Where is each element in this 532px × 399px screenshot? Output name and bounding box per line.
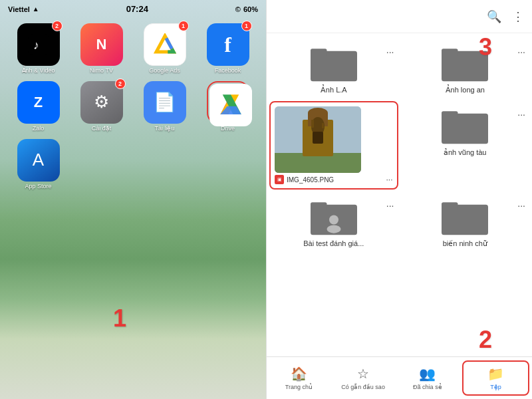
drive-grid: Ảnh L.A ··· Ảnh long an ··· [269, 39, 529, 253]
app-label-drive: Drive [221, 126, 235, 132]
svg-rect-21 [313, 132, 323, 144]
step-number-2: 2 [479, 326, 492, 354]
folder-more-anh-vung-tau[interactable]: ··· [517, 109, 525, 120]
app-label-nimo: Nimo TV [90, 68, 113, 74]
folder-more-bai-test[interactable]: ··· [386, 200, 394, 211]
svg-point-28 [329, 215, 338, 225]
app-icon-drive [209, 84, 252, 126]
file-more-img4605[interactable]: ··· [386, 175, 392, 184]
folder-more-anh-long-an[interactable]: ··· [517, 47, 525, 57]
folder-name-anh-long-an: Ảnh long an [446, 85, 485, 94]
svg-rect-31 [442, 203, 458, 210]
app-grid-row3: A App Store [0, 139, 266, 197]
app-icon-docs: 📄 [144, 81, 186, 124]
app-label-settings: Cài đặt [92, 126, 112, 132]
step-number-3: 3 [479, 33, 492, 61]
battery-level: 60% [243, 5, 258, 13]
svg-rect-23 [322, 123, 324, 128]
carrier-label: Viettel [8, 5, 30, 13]
drive-topbar: 🔍 ⋮ [267, 0, 532, 33]
svg-rect-14 [442, 49, 458, 56]
status-time: 07:24 [126, 4, 148, 14]
nav-files-label: Tệp [490, 384, 501, 390]
drive-content: Ảnh L.A ··· Ảnh long an ··· [267, 33, 532, 356]
badge-tiktok: 2 [52, 21, 63, 31]
folder-more-anh-la[interactable]: ··· [386, 47, 394, 57]
nav-shared[interactable]: 👥 Đã chia sẻ [396, 362, 460, 394]
folder-name-anh-la: Ảnh L.A [321, 85, 347, 94]
app-facebook[interactable]: f 1 Facebook [199, 23, 257, 74]
home-icon: 🏠 [291, 366, 307, 382]
badge-googleads: 1 [178, 21, 189, 31]
svg-rect-22 [311, 120, 314, 128]
app-icon-wrap-docs: 📄 [144, 81, 186, 124]
app-nimo[interactable]: N Nimo TV [72, 23, 130, 74]
app-icon-nimo: N [80, 23, 123, 66]
drive-search-icon[interactable]: 🔍 [487, 9, 501, 24]
star-icon: ☆ [357, 366, 369, 382]
app-icon-wrap-drive [207, 81, 249, 124]
battery-icon: © [235, 5, 241, 13]
drive-svg-icon [217, 91, 245, 119]
app-icon-appstore: A [17, 139, 60, 182]
badge-settings: 2 [115, 78, 126, 89]
nav-files[interactable]: 📁 Tệp [462, 360, 529, 396]
app-label-googleads: Google Ads [149, 68, 180, 74]
files-icon: 📁 [487, 366, 504, 382]
drive-folder-bien-ninh-chu[interactable]: biến ninh chữ ··· [401, 192, 530, 252]
file-type-icon: ▣ [275, 175, 284, 184]
nav-starred[interactable]: ☆ Có gắn đầu sao [331, 362, 396, 394]
nav-starred-label: Có gắn đầu sao [341, 384, 385, 390]
app-label-zalo: Zalo [33, 126, 45, 132]
folder-icon-bien-ninh-chu [442, 199, 488, 236]
app-label-appstore: App Store [25, 184, 51, 190]
google-drive-panel: 🔍 ⋮ Ảnh L.A ··· Ảnh long an ··· [266, 0, 532, 399]
svg-rect-27 [311, 203, 327, 210]
svg-rect-25 [442, 112, 458, 119]
folder-name-anh-vung-tau: ảnh vũng tàu [444, 148, 487, 157]
app-icon-wrap-zalo: Z [17, 81, 60, 124]
app-icon-wrap-nimo: N [80, 23, 123, 66]
drive-folder-anh-vung-tau[interactable]: ảnh vũng tàu ··· [401, 101, 530, 190]
drive-folder-anh-la[interactable]: Ảnh L.A ··· [269, 39, 398, 98]
status-left: Viettel ▲ [8, 5, 39, 13]
folder-icon-bai-test [311, 199, 357, 236]
app-icon-wrap-facebook: f 1 [207, 23, 249, 66]
svg-text:♪: ♪ [33, 39, 39, 52]
svg-point-29 [327, 225, 340, 233]
app-docs[interactable]: 📄 Tài liệu [136, 81, 194, 132]
ios-homescreen: Viettel ▲ 07:24 © 60% ♪ 2 Ảnh & Video N [0, 0, 266, 399]
app-icon-wrap-settings: ⚙ 2 [80, 81, 123, 124]
drive-folder-anh-long-an[interactable]: Ảnh long an ··· [401, 39, 530, 98]
folder-name-bai-test: Bài test đánh giá... [303, 239, 364, 248]
app-icon-zalo: Z [17, 81, 60, 124]
app-zalo[interactable]: Z Zalo [9, 81, 67, 132]
app-appstore[interactable]: A App Store [9, 139, 67, 190]
app-icon-wrap-tiktok: ♪ 2 [17, 23, 60, 66]
app-grid-row2: Z Zalo ⚙ 2 Cài đặt 📄 Tài liệu [0, 81, 266, 139]
app-tiktok[interactable]: ♪ 2 Ảnh & Video [9, 23, 67, 74]
file-name-img4605: IMG_4605.PNG [287, 176, 383, 184]
app-grid-row1: ♪ 2 Ảnh & Video N Nimo TV [0, 17, 266, 81]
app-drive[interactable]: Drive [199, 81, 257, 132]
folder-icon-anh-la [311, 45, 357, 82]
tower-svg [275, 106, 361, 173]
app-googleads[interactable]: 1 Google Ads [136, 23, 194, 74]
drive-more-icon[interactable]: ⋮ [512, 9, 524, 24]
svg-point-19 [308, 108, 328, 118]
drive-file-img4605[interactable]: ▣ IMG_4605.PNG ··· [269, 101, 398, 190]
badge-facebook: 1 [241, 21, 252, 31]
folder-more-bien-ninh-chu[interactable]: ··· [517, 200, 525, 211]
step-number-1: 1 [113, 305, 126, 332]
app-icon-wrap-googleads: 1 [144, 23, 186, 66]
drive-bottombar: 🏠 Trang chủ ☆ Có gắn đầu sao 👥 Đã chia s… [267, 356, 532, 399]
app-label-docs: Tài liệu [154, 126, 174, 132]
app-settings[interactable]: ⚙ 2 Cài đặt [72, 81, 130, 132]
drive-folder-bai-test[interactable]: Bài test đánh giá... ··· [269, 192, 398, 252]
app-label-tiktok: Ảnh & Video [22, 68, 55, 74]
nav-shared-label: Đã chia sẻ [413, 384, 442, 390]
file-info-row: ▣ IMG_4605.PNG ··· [275, 175, 393, 184]
status-bar: Viettel ▲ 07:24 © 60% [0, 0, 266, 17]
file-thumbnail-img4605 [275, 106, 361, 173]
nav-home[interactable]: 🏠 Trang chủ [267, 362, 331, 394]
